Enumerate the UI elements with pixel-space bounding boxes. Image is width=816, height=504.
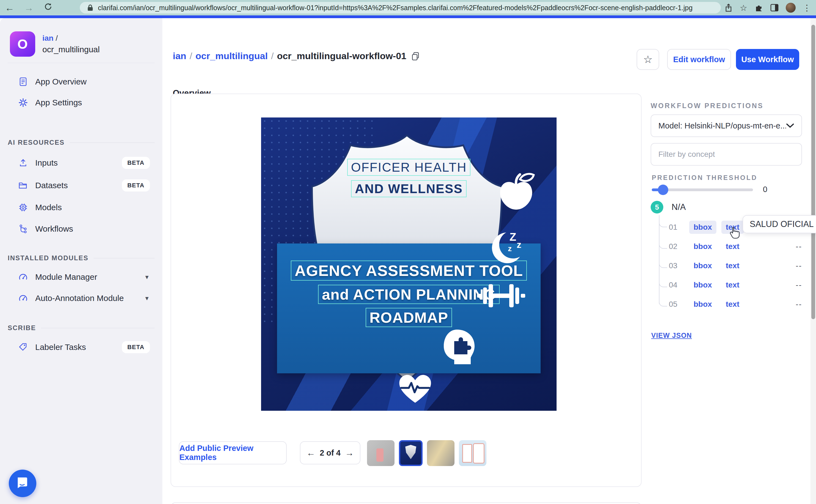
sleep-moon-icon: Z z z xyxy=(488,228,529,269)
app-window: O ian / ocr_multilingual App Overview Ap… xyxy=(0,18,816,504)
sidebar-item-models[interactable]: Models xyxy=(0,197,162,218)
example-thumbnails xyxy=(367,440,486,466)
main-content: ian / ocr_multilingual / ocr_multilingua… xyxy=(162,18,816,504)
gear-icon xyxy=(17,98,29,108)
prediction-row-05: 05 bbox text -- xyxy=(669,297,802,312)
svg-text:z: z xyxy=(508,244,512,253)
reload-icon xyxy=(44,2,53,11)
use-workflow-button[interactable]: Use Workflow xyxy=(736,49,799,70)
input-image-preview[interactable]: OFFICER HEALTH AND WELLNESS AGENCY ASSES… xyxy=(261,117,557,411)
sidebar-item-auto-annotation-module[interactable]: Auto-Annotation Module ▾ xyxy=(0,288,162,309)
module-gauge-icon xyxy=(17,272,29,282)
browser-profile-avatar[interactable] xyxy=(786,3,796,13)
document-icon xyxy=(17,77,29,87)
url-text: clarifai.com/ian/ocr_multilingual/workfl… xyxy=(98,4,692,12)
breadcrumb-app-link[interactable]: ocr_multilingual xyxy=(196,51,268,61)
bookmark-star-icon[interactable]: ☆ xyxy=(740,3,747,13)
sidebar-section-scribe: SCRIBE xyxy=(8,324,155,332)
sidebar: O ian / ocr_multilingual App Overview Ap… xyxy=(0,18,162,504)
pager-next-arrow-icon[interactable]: → xyxy=(345,448,354,458)
svg-text:Z: Z xyxy=(510,231,516,243)
sidebar-item-inputs[interactable]: Inputs BETA xyxy=(0,152,162,173)
text-link[interactable]: text xyxy=(721,278,744,292)
workflow-predictions-panel: WORKFLOW PREDICTIONS Model: Helsinki-NLP… xyxy=(651,102,802,110)
favorite-star-button[interactable]: ☆ xyxy=(637,49,659,70)
scrollbar-thumb[interactable] xyxy=(811,25,815,319)
view-json-link[interactable]: VIEW JSON xyxy=(651,332,692,339)
chevron-down-icon xyxy=(786,123,794,128)
sidebar-item-datasets[interactable]: Datasets BETA xyxy=(0,175,162,196)
slider-knob[interactable] xyxy=(658,185,668,195)
chevron-down-icon[interactable]: ▾ xyxy=(145,294,149,302)
chevron-down-icon[interactable]: ▾ xyxy=(145,273,149,281)
bbox-link[interactable]: bbox xyxy=(689,240,716,253)
pager-page-indicator: 2 of 4 xyxy=(320,448,341,458)
example-pager: ← 2 of 4 → xyxy=(300,441,360,464)
bbox-link[interactable]: bbox xyxy=(689,298,716,311)
sidebar-owner-link[interactable]: ian xyxy=(42,34,53,42)
address-bar[interactable]: clarifai.com/ian/ocr_multilingual/workfl… xyxy=(80,2,721,13)
cursor-pointer-icon xyxy=(729,226,741,239)
apple-icon xyxy=(496,171,536,212)
prediction-count-badge: 5 xyxy=(651,201,663,213)
share-icon[interactable] xyxy=(724,3,733,12)
sidebar-item-module-manager[interactable]: Module Manager ▾ xyxy=(0,267,162,287)
workflow-tree-icon xyxy=(17,224,29,234)
predictions-title: WORKFLOW PREDICTIONS xyxy=(651,102,802,110)
breadcrumb-workflow-name: ocr_multilingual-workflow-01 xyxy=(277,51,406,61)
edit-workflow-button[interactable]: Edit workflow xyxy=(667,49,731,70)
module-gauge-icon xyxy=(17,293,29,303)
thumbnail-2-selected[interactable] xyxy=(399,440,423,466)
prediction-row-03: 03 bbox text -- xyxy=(669,258,802,273)
extensions-puzzle-icon[interactable] xyxy=(754,3,763,12)
copy-icon[interactable] xyxy=(411,52,420,61)
pager-prev-arrow-icon[interactable]: ← xyxy=(306,448,315,458)
mental-health-head-icon xyxy=(440,328,478,368)
sidebar-item-app-settings[interactable]: App Settings xyxy=(0,92,162,113)
svg-text:z: z xyxy=(517,239,521,250)
beta-badge: BETA xyxy=(122,341,150,353)
thumbnail-1[interactable] xyxy=(367,440,395,466)
chat-bubble-icon xyxy=(15,476,30,491)
beta-badge: BETA xyxy=(122,157,150,169)
bbox-link[interactable]: bbox xyxy=(689,221,716,234)
tag-icon xyxy=(17,342,29,352)
browser-chrome: ← → clarifai.com/ian/ocr_multilingual/wo… xyxy=(0,0,816,15)
app-logo[interactable]: O xyxy=(10,31,35,57)
model-select-dropdown[interactable]: Model: Helsinki-NLP/opus-mt-en-e... xyxy=(651,114,802,137)
lock-icon xyxy=(87,4,94,12)
text-link[interactable]: text xyxy=(721,259,744,272)
chat-widget-button[interactable] xyxy=(9,470,36,497)
next-section-card xyxy=(171,502,642,504)
heart-pulse-icon xyxy=(397,372,433,405)
prediction-threshold-label: PREDICTION THRESHOLD xyxy=(652,174,757,182)
folder-icon xyxy=(17,180,29,190)
breadcrumb: ian / ocr_multilingual / ocr_multilingua… xyxy=(173,51,420,61)
bbox-link[interactable]: bbox xyxy=(689,278,716,292)
browser-reload-icon[interactable] xyxy=(39,2,58,13)
browser-menu-icon[interactable]: ⋮ xyxy=(803,3,811,13)
sidebar-app-name[interactable]: ocr_multilingual xyxy=(42,45,100,54)
bbox-link[interactable]: bbox xyxy=(689,259,716,272)
text-value-tooltip: SALUD OFICIAL xyxy=(743,215,816,233)
sidebar-item-app-overview[interactable]: App Overview xyxy=(0,71,162,92)
thumbnail-3[interactable] xyxy=(427,440,454,466)
upload-icon xyxy=(17,158,29,168)
text-link[interactable]: text xyxy=(721,240,744,253)
prediction-threshold-slider: 0 xyxy=(652,184,767,195)
sidebar-item-workflows[interactable]: Workflows xyxy=(0,218,162,239)
thumbnail-4[interactable] xyxy=(459,440,486,466)
browser-forward-icon[interactable]: → xyxy=(19,2,39,13)
chip-icon xyxy=(17,202,29,212)
prediction-group-header: 5 N/A xyxy=(651,201,686,213)
browser-back-icon[interactable]: ← xyxy=(0,2,19,13)
page-scrollbar[interactable] xyxy=(810,18,816,504)
prediction-row-04: 04 bbox text -- xyxy=(669,277,802,293)
sidebar-item-labeler-tasks[interactable]: Labeler Tasks BETA xyxy=(0,337,162,358)
add-public-preview-examples-button[interactable]: Add Public Preview Examples xyxy=(179,441,287,464)
side-panel-icon[interactable] xyxy=(770,4,779,12)
prediction-row-02: 02 bbox text -- xyxy=(669,239,802,254)
breadcrumb-owner-link[interactable]: ian xyxy=(173,51,186,61)
text-link[interactable]: text xyxy=(721,298,744,311)
filter-by-concept-input[interactable] xyxy=(651,143,802,166)
